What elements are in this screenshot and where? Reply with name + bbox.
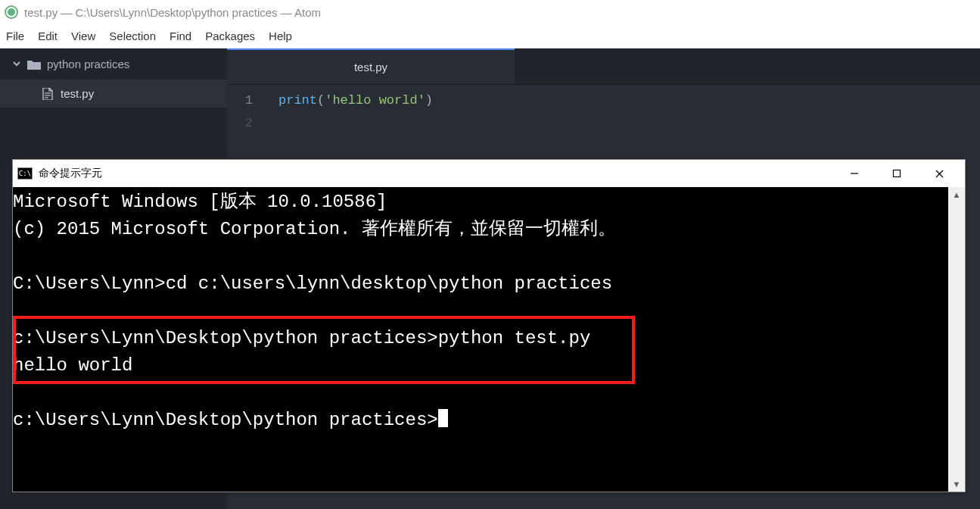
line-number: 1: [227, 89, 253, 112]
tab-bar: test.py: [227, 48, 980, 85]
chevron-down-icon: [12, 58, 21, 70]
window-controls: [833, 161, 960, 186]
line-gutter: 1 2: [227, 89, 265, 135]
menu-packages[interactable]: Packages: [205, 30, 255, 42]
close-button[interactable]: [918, 161, 960, 186]
cmd-prompt: c:\Users\Lynn\Desktop\python practices>: [13, 410, 438, 430]
atom-menubar: File Edit View Selection Find Packages H…: [0, 24, 980, 48]
maximize-button[interactable]: [876, 161, 918, 186]
menu-selection[interactable]: Selection: [109, 30, 156, 42]
token-string: 'hello world': [325, 93, 425, 108]
cmd-line: hello world: [13, 355, 132, 376]
window-title: test.py — C:\Users\Lynn\Desktop\python p…: [24, 6, 321, 19]
tab-label: test.py: [354, 61, 387, 73]
token-punctuation: (: [317, 93, 325, 108]
atom-app-icon: [5, 5, 18, 19]
minimize-button[interactable]: [833, 161, 876, 186]
cursor-icon: [438, 409, 448, 427]
scrollbar[interactable]: ▲ ▼: [948, 187, 965, 492]
project-name: python practices: [47, 58, 129, 70]
cmd-output[interactable]: Microsoft Windows [版本 10.0.10586] (c) 20…: [13, 187, 948, 492]
file-icon: [42, 88, 53, 100]
cmd-line: Microsoft Windows [版本 10.0.10586]: [13, 192, 387, 212]
cmd-icon: C:\: [17, 167, 33, 180]
token-punctuation: ): [425, 93, 433, 108]
menu-view[interactable]: View: [71, 30, 95, 42]
code-line[interactable]: print('hello world'): [278, 89, 433, 112]
file-name: test.py: [61, 87, 94, 100]
cmd-line: C:\Users\Lynn>cd c:\users\lynn\desktop\p…: [13, 273, 612, 294]
cmd-title: 命令提示字元: [39, 167, 102, 180]
folder-icon: [27, 59, 41, 70]
token-function: print: [278, 93, 317, 108]
code-lines[interactable]: print('hello world'): [265, 89, 433, 135]
project-root[interactable]: python practices: [0, 48, 227, 80]
menu-find[interactable]: Find: [170, 30, 191, 42]
svg-rect-4: [894, 170, 901, 177]
cmd-line: (c) 2015 Microsoft Corporation. 著作權所有，並保…: [13, 219, 616, 239]
menu-file[interactable]: File: [6, 30, 24, 42]
tab-test-py[interactable]: test.py: [227, 48, 515, 84]
atom-titlebar: test.py — C:\Users\Lynn\Desktop\python p…: [0, 0, 980, 24]
code-editor[interactable]: 1 2 print('hello world'): [227, 85, 980, 135]
cmd-line: c:\Users\Lynn\Desktop\python practices>p…: [13, 328, 590, 348]
scroll-up-icon[interactable]: ▲: [948, 187, 965, 202]
cmd-body[interactable]: Microsoft Windows [版本 10.0.10586] (c) 20…: [13, 187, 965, 492]
menu-edit[interactable]: Edit: [38, 30, 58, 42]
command-prompt-window[interactable]: C:\ 命令提示字元 Microsoft Windows [版本 10.0.10…: [12, 159, 966, 492]
scroll-down-icon[interactable]: ▼: [948, 476, 965, 492]
menu-help[interactable]: Help: [269, 30, 292, 42]
line-number: 2: [227, 112, 253, 135]
file-entry-test-py[interactable]: test.py: [0, 80, 227, 108]
cmd-titlebar[interactable]: C:\ 命令提示字元: [13, 160, 965, 187]
